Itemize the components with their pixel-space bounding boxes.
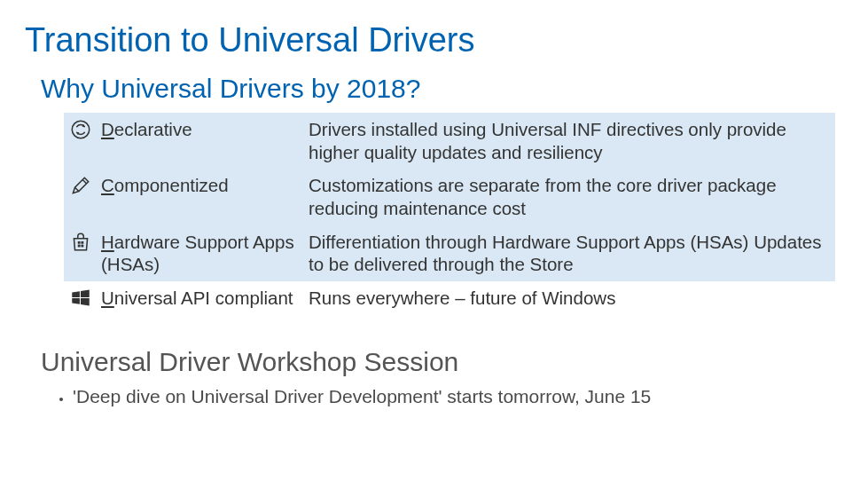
term-componentized: Componentized	[101, 169, 303, 202]
desc-declarative: Drivers installed using Universal INF di…	[303, 113, 835, 169]
refresh-circle-icon	[64, 113, 101, 146]
svg-rect-4	[81, 244, 83, 247]
table-row: Universal API compliant Runs everywhere …	[64, 281, 835, 315]
section-why-heading: Why Universal Drivers by 2018?	[41, 74, 843, 104]
table-row: Declarative Drivers installed using Univ…	[64, 113, 835, 169]
store-bag-icon	[64, 225, 101, 259]
svg-rect-3	[78, 244, 81, 247]
dchu-table: Declarative Drivers installed using Univ…	[64, 113, 835, 315]
svg-point-0	[72, 121, 90, 138]
workshop-bullets: 'Deep dive on Universal Driver Developme…	[73, 384, 843, 409]
desc-universal-api: Runs everywhere – future of Windows	[303, 281, 835, 315]
list-item: 'Deep dive on Universal Driver Developme…	[73, 384, 843, 409]
desc-hsa: Differentiation through Hardware Support…	[303, 225, 835, 281]
svg-rect-2	[81, 241, 83, 243]
table-row: Componentized Customizations are separat…	[64, 169, 835, 225]
desc-componentized: Customizations are separate from the cor…	[303, 169, 835, 225]
term-declarative: Declarative	[101, 113, 303, 146]
slide-title: Transition to Universal Drivers	[25, 21, 843, 59]
section-workshop-heading: Universal Driver Workshop Session	[41, 347, 843, 377]
term-hsa: Hardware Support Apps (HSAs)	[101, 225, 303, 281]
windows-tiles-icon	[64, 281, 101, 315]
term-universal-api: Universal API compliant	[101, 281, 303, 315]
svg-rect-1	[78, 241, 81, 243]
slide: Transition to Universal Drivers Why Univ…	[0, 0, 868, 489]
pen-icon	[64, 169, 101, 202]
table-row: Hardware Support Apps (HSAs) Differentia…	[64, 225, 835, 281]
